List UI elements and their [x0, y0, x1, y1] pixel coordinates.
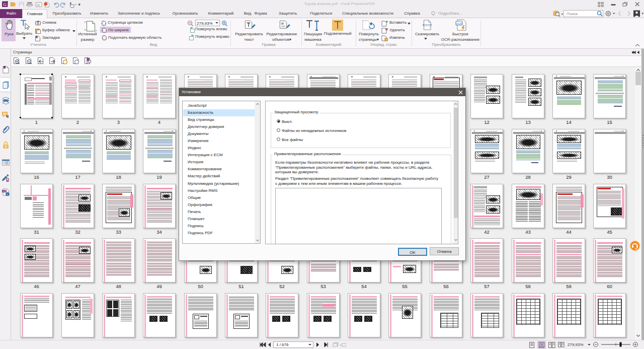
svg-text:123: 123: [3, 190, 7, 192]
svg-text:OCR: OCR: [456, 22, 463, 25]
svg-text:i: i: [7, 192, 8, 196]
svg-text:G: G: [4, 2, 7, 7]
